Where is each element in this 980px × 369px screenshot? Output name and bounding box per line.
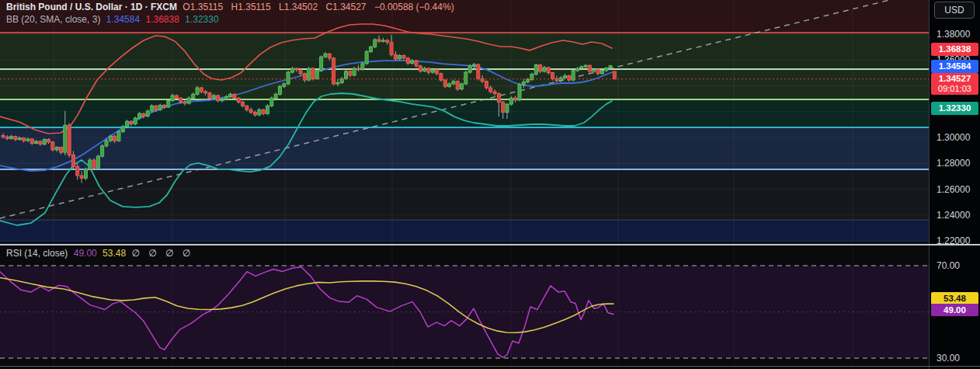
candle-body xyxy=(468,66,471,72)
candle-body xyxy=(237,98,240,102)
candle-body xyxy=(158,105,162,110)
candle-body xyxy=(613,71,616,79)
candle-body xyxy=(283,84,286,86)
candle-body xyxy=(249,110,252,112)
candle-body xyxy=(506,104,509,112)
candle-body xyxy=(30,139,33,143)
candle-body xyxy=(336,82,339,84)
candle-body xyxy=(126,121,129,127)
price-chart-canvas[interactable] xyxy=(0,0,930,369)
candle-body xyxy=(14,137,17,140)
candle-body xyxy=(59,147,62,152)
candle-body xyxy=(493,92,496,93)
candle-body xyxy=(311,68,315,78)
candle-body xyxy=(92,160,96,168)
candle-body xyxy=(43,139,46,144)
candle-body xyxy=(162,105,165,106)
candle-body xyxy=(394,54,397,59)
candle-body xyxy=(600,71,603,74)
candle-body xyxy=(398,55,401,58)
candle-body xyxy=(71,155,75,166)
candle-body xyxy=(596,69,599,73)
candle-body xyxy=(138,113,141,118)
candle-body xyxy=(369,47,372,51)
axis-price-badge: 1.32330 xyxy=(931,102,978,115)
candle-body xyxy=(497,93,500,102)
candle-body xyxy=(377,40,381,41)
candle-body xyxy=(353,68,356,75)
currency-label: USD xyxy=(944,5,964,16)
candle-body xyxy=(299,70,302,74)
candle-body xyxy=(109,136,112,141)
candle-body xyxy=(423,68,426,71)
candle-body xyxy=(402,55,405,57)
candle-body xyxy=(155,106,158,110)
countdown-timer: 09:01:03 xyxy=(938,84,971,94)
candle-body xyxy=(187,98,190,103)
candle-body xyxy=(151,106,154,111)
candle-body xyxy=(229,94,232,96)
pane-bottom-border xyxy=(0,366,980,367)
candle-body xyxy=(270,98,273,106)
candle-body xyxy=(509,98,513,104)
candle-body xyxy=(609,66,612,68)
candle-body xyxy=(80,176,83,178)
candle-body xyxy=(18,138,21,140)
candle-body xyxy=(374,40,377,47)
axis-price-badge: 1.36838 xyxy=(931,43,978,56)
candle-body xyxy=(258,110,261,115)
candle-body xyxy=(179,98,182,102)
candle-body xyxy=(415,61,418,66)
candle-body xyxy=(572,71,575,80)
candle-body xyxy=(101,146,104,156)
axis-price-badge: 53.48 xyxy=(931,292,978,305)
candle-body xyxy=(84,169,87,179)
candle-body xyxy=(200,88,203,92)
candle-body xyxy=(431,70,434,72)
candle-body xyxy=(55,147,58,149)
candle-body xyxy=(365,51,368,63)
candle-body xyxy=(349,71,352,75)
candle-body xyxy=(171,96,174,101)
candle-body xyxy=(121,127,124,132)
candle-body xyxy=(183,102,186,103)
candle-body xyxy=(105,141,108,146)
candle-body xyxy=(117,132,120,141)
candle-body xyxy=(142,113,145,116)
candle-body xyxy=(274,94,277,98)
candle-body xyxy=(489,88,492,92)
candle-body xyxy=(315,71,318,78)
price-zone-band xyxy=(0,0,930,33)
candle-body xyxy=(242,102,245,106)
candle-body xyxy=(456,82,459,89)
candle-body xyxy=(547,68,550,73)
candle-body xyxy=(575,68,579,71)
rsi-zone-bg xyxy=(0,266,930,358)
candle-body xyxy=(588,65,591,71)
rsi-axis-label: 70.00 xyxy=(937,260,960,271)
price-axis[interactable]: USD 1.380001.360001.340001.320001.300001… xyxy=(929,0,980,369)
candle-body xyxy=(130,121,133,124)
rsi-axis-label: 30.00 xyxy=(937,353,960,364)
candle-body xyxy=(464,72,467,84)
candle-body xyxy=(477,64,480,78)
candle-body xyxy=(411,61,414,63)
candle-body xyxy=(443,80,447,86)
candle-body xyxy=(381,40,384,41)
candle-body xyxy=(146,111,149,117)
candle-body xyxy=(262,110,265,113)
candle-body xyxy=(357,68,360,69)
candle-body xyxy=(254,113,257,115)
currency-toggle-button[interactable]: USD xyxy=(934,2,975,19)
candle-body xyxy=(221,99,224,101)
candle-body xyxy=(212,96,215,98)
candle-body xyxy=(448,84,451,86)
candle-body xyxy=(332,58,335,84)
candle-body xyxy=(68,125,71,155)
candle-body xyxy=(584,65,587,67)
candle-body xyxy=(233,94,236,98)
axis-price-badge: 1.34584 xyxy=(931,60,978,73)
candle-body xyxy=(514,98,517,99)
pane-separator[interactable] xyxy=(0,244,980,245)
candle-body xyxy=(539,65,542,71)
